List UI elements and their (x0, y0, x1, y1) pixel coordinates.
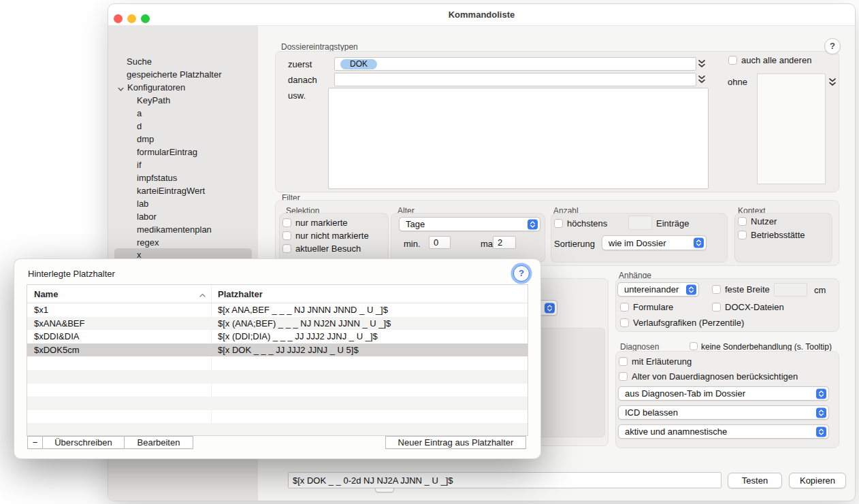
table-row[interactable]: $xANA&BEF $[x (ANA;BEF) _ _ _ NJ NJ2N JJ… (27, 317, 528, 331)
cm-label: cm (814, 285, 826, 295)
betriebsstaette-checkbox[interactable] (738, 231, 747, 239)
sort-ascending-icon (199, 290, 206, 301)
alter-unit-popup[interactable]: Tage (399, 217, 540, 231)
double-chevron-down-icon[interactable] (828, 77, 837, 90)
ohne-label: ohne (728, 77, 747, 87)
popup-stepper-icon (545, 303, 555, 313)
window-title: Kommandoliste (108, 10, 855, 20)
sortierung-popup[interactable]: wie im Dossier (602, 235, 707, 250)
betriebsstaette-label: Betriebsstätte (751, 230, 805, 240)
help-button[interactable]: ? (824, 38, 841, 54)
platzhalter-table: Name Platzhalter $x1 $[x ANA,BEF _ _ _ N… (27, 284, 528, 436)
nur-markierte-label: nur markierte (295, 218, 348, 228)
popup-stepper-icon (816, 407, 826, 418)
eintraege-count-field[interactable] (628, 216, 652, 230)
auch-alle-anderen-label: auch alle anderen (741, 55, 811, 65)
nur-markierte-checkbox[interactable] (282, 218, 291, 227)
popup-stepper-icon (816, 426, 826, 437)
sidebar-item-medikamentenplan[interactable]: medikamentenplan (108, 223, 258, 236)
neuer-eintrag-aus-platzhalter-button[interactable]: Neuer Eintrag aus Platzhalter (385, 436, 526, 449)
feste-breite-label: feste Breite (725, 284, 770, 295)
nutzer-label: Nutzer (751, 216, 777, 226)
sidebar-item-dmp[interactable]: dmp (108, 133, 258, 146)
bearbeiten-button[interactable]: Bearbeiten (125, 436, 193, 449)
aktueller-besuch-label: aktueller Besuch (295, 243, 361, 254)
sidebar-item-karteieintragwert[interactable]: karteiEintragWert (108, 184, 258, 197)
sidebar-item-regex[interactable]: regex (108, 236, 258, 249)
usw-token-area[interactable] (328, 88, 709, 189)
danach-label: danach (288, 75, 317, 85)
table-row-empty[interactable] (27, 384, 528, 397)
danach-token-field[interactable] (334, 73, 696, 86)
docx-dateien-label: DOCX-Dateien (725, 302, 784, 312)
sidebar-item-lab[interactable]: lab (108, 197, 258, 210)
sidebar-item-keypath[interactable]: KeyPath (108, 94, 258, 107)
mit-erlaeuterung-label: mit Erläuterung (632, 356, 692, 367)
screen: Kommandoliste Suche gespeicherte Platzha… (0, 0, 859, 504)
double-chevron-down-icon[interactable] (698, 58, 706, 72)
feste-breite-field[interactable] (774, 283, 807, 297)
verlaufsgrafiken-checkbox[interactable] (620, 318, 629, 327)
hoechstens-label: höchstens (567, 218, 607, 229)
sidebar-item-konfiguratoren[interactable]: Konfiguratoren (108, 81, 258, 94)
auch-alle-anderen-checkbox[interactable] (728, 56, 737, 65)
table-row-selected[interactable]: $xDOK5cm $[x DOK _ _ _ JJ JJJ2 JJNJ _ U … (27, 343, 528, 357)
popup-stepper-icon (686, 284, 696, 295)
table-row-empty[interactable] (27, 397, 528, 410)
table-row[interactable]: $xDDI&DIA $[x (DDI;DIA) _ _ _ JJ JJJ2 JJ… (27, 330, 528, 343)
min-label: min. (404, 239, 421, 249)
formulare-label: Formulare (633, 302, 673, 312)
sidebar-item-d[interactable]: d (108, 120, 258, 133)
diagnosen-status-popup[interactable]: aktive und anamnestische (618, 424, 829, 439)
zuerst-token-field[interactable]: DOK (334, 57, 696, 71)
panel-help-button[interactable]: ? (513, 265, 530, 282)
table-row-empty[interactable] (27, 410, 528, 424)
docx-dateien-checkbox[interactable] (712, 303, 721, 312)
nutzer-checkbox[interactable] (738, 217, 747, 226)
diagnosen-label: Diagnosen (620, 342, 659, 352)
sidebar-item-impfstatus[interactable]: impfstatus (108, 171, 258, 184)
popup-stepper-icon (816, 388, 826, 399)
sidebar-item-a[interactable]: a (108, 107, 258, 120)
keine-sonderbehandlung-label: keine Sonderbehandlung (s. Tooltip) (701, 342, 832, 352)
ueberschreiben-button[interactable]: Überschreiben (43, 436, 125, 449)
sidebar-item-formulareintrag[interactable]: formularEintrag (108, 146, 258, 158)
sortierung-label: Sortierung (554, 239, 595, 249)
min-field[interactable] (429, 236, 451, 249)
keine-sonderbehandlung-checkbox[interactable] (690, 342, 698, 350)
column-header-name[interactable]: Name (34, 289, 58, 299)
diagnosen-quelle-popup[interactable]: aus Diagnosen-Tab im Dossier (618, 386, 829, 401)
mit-erlaeuterung-checkbox[interactable] (619, 357, 628, 366)
command-field[interactable] (288, 472, 722, 488)
table-row-empty[interactable] (27, 356, 528, 370)
column-header-platzhalter[interactable]: Platzhalter (218, 289, 263, 299)
formulare-checkbox[interactable] (620, 303, 629, 312)
popup-stepper-icon (694, 238, 704, 248)
dossiereintragstypen-label: Dossiereintragstypen (281, 42, 358, 52)
remove-entry-button[interactable]: − (27, 436, 43, 449)
sidebar-item-if[interactable]: if (108, 158, 258, 171)
dok-token[interactable]: DOK (340, 59, 377, 69)
double-chevron-down-icon[interactable] (698, 74, 706, 88)
ohne-list[interactable] (757, 73, 826, 184)
nur-nicht-markierte-checkbox[interactable] (282, 231, 291, 240)
aktueller-besuch-checkbox[interactable] (282, 244, 291, 253)
icd-popup[interactable]: ICD belassen (618, 405, 829, 420)
table-row[interactable]: $x1 $[x ANA,BEF _ _ _ NJ JNNN JNND _ U _… (27, 303, 528, 317)
hoechstens-checkbox[interactable] (554, 219, 563, 228)
zuerst-label: zuerst (288, 59, 312, 69)
feste-breite-checkbox[interactable] (712, 285, 721, 294)
sidebar-item-gespeicherte-platzhalter[interactable]: gespeicherte Platzhalter (108, 68, 258, 81)
testen-button[interactable]: Testen (728, 473, 782, 488)
kopieren-button[interactable]: Kopieren (789, 473, 846, 488)
table-row-empty[interactable] (27, 370, 528, 384)
table-row-empty[interactable] (27, 423, 528, 436)
sidebar-item-suche[interactable]: Suche (108, 55, 258, 68)
table-header: Name Platzhalter (27, 285, 528, 303)
eintraege-label: Einträge (656, 218, 689, 229)
alter-dauerdiagnosen-checkbox[interactable] (619, 372, 628, 381)
sidebar-item-labor[interactable]: labor (108, 210, 258, 223)
max-field[interactable] (493, 236, 516, 249)
hinterlegte-platzhalter-panel: Hinterlegte Platzhalter ? Name Platzhalt… (14, 258, 541, 459)
anhaenge-layout-popup[interactable]: untereinander (617, 282, 699, 297)
